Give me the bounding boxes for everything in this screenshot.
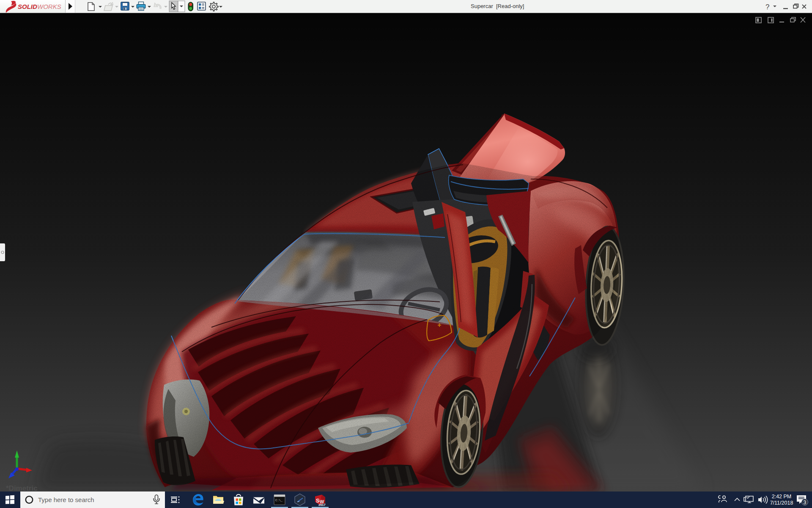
svg-text:?: ? xyxy=(765,3,769,11)
svg-text:2017: 2017 xyxy=(318,503,326,507)
svg-text:Type here to search: Type here to search xyxy=(38,496,94,503)
svg-text:3: 3 xyxy=(804,500,807,505)
svg-text:7/11/2018: 7/11/2018 xyxy=(770,500,793,506)
svg-text:*Dimetric: *Dimetric xyxy=(6,484,38,491)
svg-text:2:42 PM: 2:42 PM xyxy=(772,494,792,500)
svg-text:C:\_: C:\_ xyxy=(275,499,283,502)
